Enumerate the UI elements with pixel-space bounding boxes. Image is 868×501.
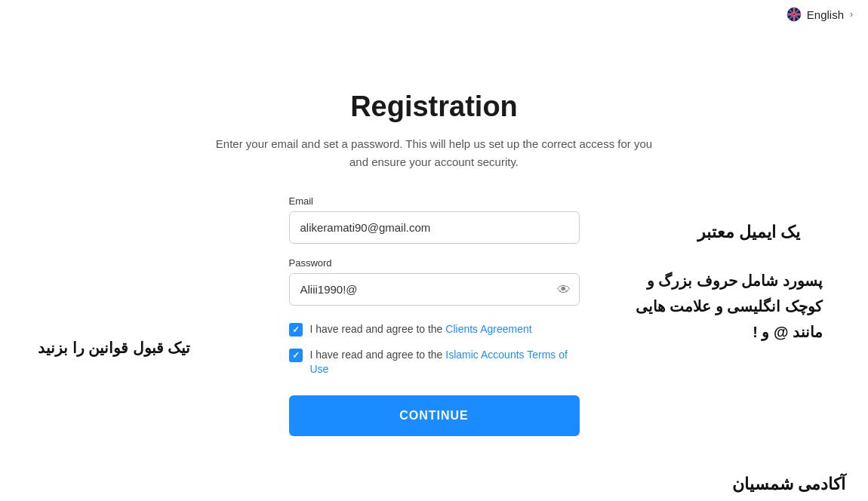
page-title: Registration (350, 91, 518, 123)
checkbox-islamic-label: I have read and agree to the Islamic Acc… (310, 348, 580, 377)
checkbox-clients-agreement[interactable]: ✓ (289, 323, 303, 337)
email-input[interactable] (289, 211, 580, 244)
checkbox-row-clients: ✓ I have read and agree to the Clients A… (289, 322, 580, 337)
clients-agreement-link[interactable]: Clients Agreement (445, 323, 531, 335)
password-label: Password (289, 257, 580, 269)
password-wrapper: 👁 (289, 273, 580, 306)
checkbox-clients-label: I have read and agree to the Clients Agr… (310, 322, 532, 337)
checkbox-islamic-accounts[interactable]: ✓ (289, 349, 303, 362)
chevron-down-icon: › (850, 9, 853, 20)
password-group: Password 👁 (289, 257, 580, 306)
checkbox-row-islamic: ✓ I have read and agree to the Islamic A… (289, 348, 580, 377)
globe-icon (786, 6, 802, 23)
eye-icon[interactable]: 👁 (557, 281, 571, 297)
registration-form: Email Password 👁 ✓ I have read and agree… (289, 195, 580, 436)
annotation-email: یک ایمیل معتبر (697, 219, 800, 245)
continue-button[interactable]: CONTINUE (289, 395, 580, 436)
email-group: Email (289, 195, 580, 244)
page-subtitle: Enter your email and set a password. Thi… (215, 135, 653, 171)
check-icon-2: ✓ (292, 350, 300, 361)
top-bar: English › (771, 0, 868, 29)
checkbox-group: ✓ I have read and agree to the Clients A… (289, 322, 580, 377)
annotation-bottom: آکادمی شمسیان (732, 471, 845, 497)
check-icon: ✓ (292, 324, 300, 335)
language-label: English (807, 8, 844, 21)
annotation-checkbox: تیک قبول قوانین را بزنید (38, 336, 190, 360)
main-content: Registration Enter your email and set a … (0, 0, 868, 436)
islamic-accounts-terms-link[interactable]: Islamic Accounts Terms of Use (310, 349, 568, 376)
language-selector[interactable]: English › (786, 6, 853, 23)
annotation-password: پسورد شامل حروف بزرگ و کوچک انگلیسی و عل… (636, 268, 823, 345)
email-label: Email (289, 195, 580, 207)
password-input[interactable] (289, 273, 580, 306)
